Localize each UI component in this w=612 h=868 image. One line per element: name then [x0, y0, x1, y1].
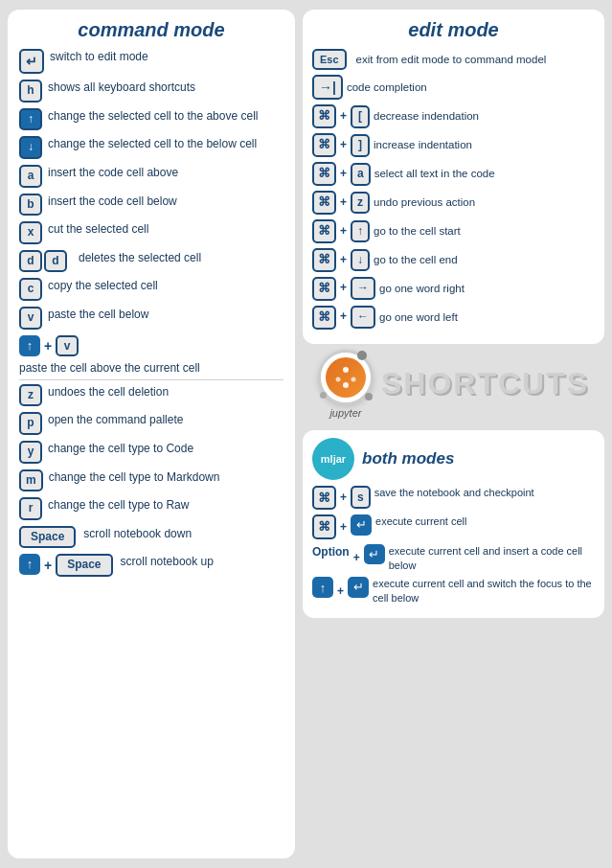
- r-key: r: [19, 497, 42, 520]
- cmd-key8: ⌘: [312, 306, 336, 330]
- desc-m: change the cell type to Markdown: [49, 469, 220, 485]
- shift-key-enter: ↑: [312, 577, 333, 598]
- cmd-key4: ⌘: [312, 191, 336, 215]
- edit-mode-title: edit mode: [312, 19, 595, 41]
- cmd-key7: ⌘: [312, 277, 336, 301]
- s-key-both: s: [351, 486, 371, 509]
- shortcut-row-x: x cut the selected cell: [19, 221, 283, 244]
- cmd-key3: ⌘: [312, 162, 336, 186]
- both-modes-title: both modes: [362, 449, 454, 468]
- shortcut-row-b: b insert the code cell below: [19, 194, 283, 217]
- shift-v-combo-section: ↑ + v paste the cell above the current c…: [19, 335, 283, 376]
- enter-key-both: ↵: [351, 514, 372, 536]
- cmd-enter-key1: ⌘: [312, 514, 336, 539]
- divider-1: [19, 379, 283, 380]
- desc-shift-space: scroll notebook up: [121, 554, 214, 569]
- desc-c: copy the selected cell: [48, 278, 158, 293]
- desc-z: undoes the cell deletion: [48, 384, 169, 400]
- cmd-key2: ⌘: [312, 133, 336, 157]
- mljar-label: mljar: [321, 453, 346, 465]
- d-key2: d: [44, 250, 67, 273]
- center-section: jupyter SHORTCUTS: [303, 350, 604, 419]
- command-mode-title: command mode: [19, 19, 283, 41]
- shortcut-row-a: a insert the code cell above: [19, 165, 283, 188]
- shortcut-row-p: p open the command pallete: [19, 412, 283, 435]
- cmd-bracket-close-row: ⌘ + ] increase indentation: [312, 133, 595, 157]
- desc-esc: exit from edit mode to command model: [356, 53, 547, 67]
- space-key2: Space: [56, 554, 112, 577]
- desc-tab: code completion: [347, 80, 427, 95]
- desc-cmd-down: go to the cell end: [374, 253, 458, 267]
- h-key: h: [19, 80, 42, 103]
- desc-cmd-bracket-open: decrease indendation: [374, 109, 479, 124]
- down-key: ↓: [19, 136, 42, 159]
- cmd-down-row: ⌘ + ↓ go to the cell end: [312, 248, 595, 272]
- svg-point-2: [335, 377, 340, 381]
- cmd-right-row: ⌘ + → go one word right: [312, 277, 595, 301]
- left-key-edit: ←: [351, 306, 375, 329]
- x-key: x: [19, 221, 42, 244]
- enter-key-option: ↵: [364, 544, 385, 565]
- d-key1: d: [19, 250, 42, 273]
- bracket-open-key: [: [351, 105, 370, 128]
- up-key: ↑: [19, 108, 42, 131]
- shortcut-row-m: m change the cell type to Markdown: [19, 469, 283, 492]
- z-key: z: [19, 384, 42, 407]
- both-cmd-s-row: ⌘ + s save the notebook and checkpoint: [312, 486, 595, 511]
- both-option-enter-row: Option + ↵ execute current cell and inse…: [312, 544, 595, 573]
- shift-v-combo-row: ↑ + v: [19, 335, 283, 356]
- p-key: p: [19, 412, 42, 435]
- jupyter-dot-top: [357, 351, 367, 360]
- jupyter-inner-circle: [326, 357, 366, 398]
- shortcut-row-z: z undoes the cell deletion: [19, 384, 283, 407]
- v-key2: v: [56, 335, 79, 356]
- both-header-row: mljar both modes: [312, 438, 595, 480]
- desc-h: shows all keyboard shortcuts: [48, 80, 195, 95]
- cmd-bracket-open-row: ⌘ + [ decrease indendation: [312, 104, 595, 128]
- desc-up: change the selected cell to the above ce…: [48, 108, 258, 124]
- a-key: a: [19, 165, 42, 188]
- y-key: y: [19, 441, 42, 464]
- desc-cmd-a: select all text in the code: [374, 167, 495, 181]
- desc-a: insert the code cell above: [48, 165, 178, 180]
- svg-point-0: [343, 367, 349, 373]
- m-key: m: [19, 469, 43, 492]
- desc-b: insert the code cell below: [48, 194, 177, 209]
- right-panel: edit mode Esc exit from edit mode to com…: [303, 10, 604, 858]
- down-key-edit: ↓: [351, 249, 370, 272]
- shortcut-row-dd: d d deletes the selected cell: [19, 250, 283, 273]
- shortcut-row-enter: ↵ switch to edit mode: [19, 49, 283, 74]
- shortcut-row-y: y change the cell type to Code: [19, 441, 283, 464]
- desc-option-enter: execute current cell and insert a code c…: [389, 544, 595, 573]
- desc-shift-v: paste the cell above the current cell: [19, 361, 200, 375]
- desc-y: change the cell type to Code: [48, 441, 193, 456]
- esc-row: Esc exit from edit mode to command model: [312, 49, 595, 70]
- tab-key: →|: [312, 75, 343, 100]
- edit-mode-box: edit mode Esc exit from edit mode to com…: [303, 10, 604, 344]
- cmd-key1: ⌘: [312, 104, 336, 128]
- a-key-edit: a: [351, 163, 371, 186]
- space-key: Space: [19, 526, 76, 549]
- jupyter-circle: [318, 350, 374, 405]
- left-panel: command mode ↵ switch to edit mode h sho…: [8, 10, 295, 858]
- desc-cmd-right: go one word right: [379, 282, 465, 296]
- desc-cmd-left: go one word left: [379, 310, 458, 325]
- cmd-z-row: ⌘ + z undo previous action: [312, 191, 595, 215]
- svg-point-3: [351, 377, 355, 381]
- shortcut-row-up: ↑ change the selected cell to the above …: [19, 108, 283, 131]
- cmd-up-row: ⌘ + ↑ go to the cell start: [312, 219, 595, 243]
- jupyter-dot-left: [320, 392, 327, 399]
- desc-cmd-enter: execute current cell: [375, 514, 466, 529]
- jupyter-dot-right: [365, 393, 373, 400]
- tab-row: →| code completion: [312, 75, 595, 100]
- shift-key-space: ↑: [19, 554, 40, 575]
- c-key: c: [19, 278, 42, 301]
- desc-cmd-up: go to the cell start: [374, 224, 461, 239]
- desc-v: paste the cell below: [48, 307, 148, 322]
- option-label: Option: [312, 544, 350, 560]
- jupyter-svg-icon: [334, 366, 357, 389]
- shortcut-row-c: c copy the selected cell: [19, 278, 283, 301]
- desc-cmd-bracket-close: increase indentation: [374, 138, 472, 152]
- mljar-badge: mljar: [312, 438, 354, 480]
- desc-dd: deletes the selected cell: [79, 250, 201, 265]
